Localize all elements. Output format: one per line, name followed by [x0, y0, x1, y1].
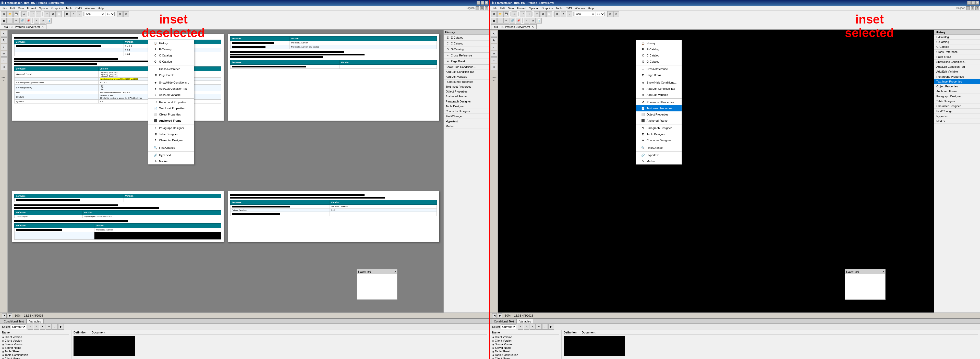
line-tool-left[interactable]: / — [1, 44, 7, 50]
menu-special-right[interactable]: Special — [528, 6, 540, 10]
left-sidebar-gcatalog[interactable]: G G-Catalog — [444, 46, 489, 53]
close-tab-left[interactable]: ✕ — [41, 25, 44, 29]
right-condtext-tab[interactable]: Conditional Text — [491, 319, 517, 324]
doc-tab-right[interactable]: bra_HS_Prereqs_Servers.fm ✕ — [491, 24, 536, 29]
menu-window-left[interactable]: Window — [83, 6, 96, 10]
left-sidebar-condtag[interactable]: Add/Edit Condition Tag — [444, 70, 489, 74]
left-var-client-name-1[interactable]: Client Name — [2, 357, 69, 359]
right-var-server-name[interactable]: Server Name — [492, 346, 559, 349]
top-close-right[interactable]: ✕ — [975, 6, 979, 10]
left-sidebar-textinset[interactable]: Text Inset Properties — [444, 84, 489, 89]
arrow-tool-left[interactable]: ↖ — [1, 31, 7, 37]
zoom-out-btn-right[interactable]: ⊖ — [613, 11, 619, 17]
tb2-btn6-right[interactable]: ✓ — [524, 18, 530, 24]
top-minimize-left[interactable]: _ — [476, 6, 479, 10]
ctx-findchange-left[interactable]: 🔍 Find/Change — [148, 145, 194, 151]
tb2-btn8-right[interactable]: 📊 — [536, 18, 542, 24]
tb2-btn1-right[interactable]: ▦ — [491, 18, 497, 24]
right-sidebar-paradesign[interactable]: Paragraph Designer — [934, 94, 980, 99]
left-var-client-version-1[interactable]: Client Version — [2, 335, 69, 339]
top-maximize-left[interactable]: □ — [480, 6, 484, 10]
right-var-btn1[interactable]: + — [518, 324, 523, 330]
rect-tool-right[interactable]: ▭ — [491, 51, 497, 57]
right-sidebar-findchange[interactable]: Find/Change — [934, 109, 980, 114]
ctx-gcatalog-left[interactable]: G G-Catalog — [148, 59, 194, 65]
right-sidebar-variable[interactable]: Add/Edit Variable — [934, 69, 980, 74]
menu-graphics-left[interactable]: Graphics — [50, 6, 64, 10]
ctx-pagebreak-left[interactable]: ⊞ Page Break — [148, 72, 194, 78]
right-sidebar-ccatalog[interactable]: C-Catalog — [934, 40, 980, 45]
right-sidebar-ecatalog[interactable]: E-Catalog — [934, 35, 980, 40]
minimize-btn-left[interactable]: _ — [477, 1, 480, 5]
underline-btn-left[interactable]: U — [76, 11, 82, 17]
left-var-btn2[interactable]: ✎ — [34, 324, 39, 330]
top-minimize-right[interactable]: _ — [966, 6, 970, 10]
save-btn-right[interactable]: 💾 — [503, 11, 509, 17]
ctx-history-left[interactable]: ⌚ History — [148, 40, 194, 46]
ctx-condtag-left[interactable]: ◈ Add/Edit Condition Tag — [148, 86, 194, 92]
oval-tool-right[interactable]: ○ — [491, 57, 497, 63]
left-sidebar-ccatalog[interactable]: C C-Catalog — [444, 41, 489, 46]
close-tab-right[interactable]: ✕ — [531, 25, 534, 29]
menu-format-right[interactable]: Format — [515, 6, 528, 10]
left-var-server-name[interactable]: Server Name — [2, 346, 69, 349]
ctx-crossref-right[interactable]: ↔ Cross-Reference — [636, 66, 682, 72]
menu-window-right[interactable]: Window — [573, 6, 586, 10]
tb2-btn5-right[interactable]: 📌 — [515, 18, 521, 24]
poly-tool-left[interactable]: ⬠ — [1, 64, 7, 70]
undo-btn-right[interactable]: ↩ — [520, 11, 525, 17]
font-family-right[interactable]: Arial — [575, 12, 595, 16]
zoom-out-btn-left[interactable]: ⊖ — [123, 11, 129, 17]
ctx-tabledesigner-left[interactable]: ⊞ Table Designer — [148, 131, 194, 137]
right-variables-tab[interactable]: Variables — [517, 319, 534, 324]
menu-help-right[interactable]: Help — [586, 6, 595, 10]
ctx-tabledesigner-right[interactable]: ⊞ Table Designer — [636, 131, 682, 137]
ctx-textinset-right[interactable]: 📄 Text Inset Properties — [636, 105, 682, 112]
right-sidebar-objprop[interactable]: Object Properties — [934, 84, 980, 89]
doc-tab-left[interactable]: bra_HS_Prereqs_Servers.fm ✕ — [1, 24, 46, 29]
right-sidebar-anchframe[interactable]: Anchored Frame — [934, 89, 980, 94]
close-search-right[interactable]: ✕ — [882, 270, 884, 273]
top-close-left[interactable]: ✕ — [485, 6, 488, 10]
left-sidebar-pagebreak[interactable]: ⊞ Page Break — [444, 59, 489, 64]
ctx-condtag-right[interactable]: ◈ Add/Edit Condition Tag — [636, 86, 682, 92]
underline-btn-right[interactable]: U — [567, 11, 572, 17]
oval-tool-left[interactable]: ○ — [1, 57, 7, 63]
cut-btn-right[interactable]: ✂ — [534, 11, 540, 17]
top-maximize-right[interactable]: □ — [971, 6, 974, 10]
left-select-dropdown[interactable]: Current — [11, 324, 26, 329]
ctx-history-right[interactable]: ⌚ History — [636, 40, 682, 46]
ctx-objprop-right[interactable]: ⬜ Object Properties — [636, 112, 682, 118]
bold-btn-right[interactable]: B — [554, 11, 560, 17]
maximize-btn-right[interactable]: □ — [971, 1, 975, 5]
left-sidebar-findchange[interactable]: Find/Change — [444, 114, 489, 119]
close-btn-right[interactable]: ✕ — [975, 1, 979, 5]
left-variables-tab[interactable]: Variables — [27, 319, 44, 324]
left-search-input[interactable] — [357, 274, 397, 279]
left-sidebar-paradesign[interactable]: Paragraph Designer — [444, 99, 489, 104]
font-family-left[interactable]: Arial — [85, 12, 105, 16]
ctx-textinset-left[interactable]: 📄 Text Inset Properties — [148, 105, 194, 112]
tb2-btn2-right[interactable]: ↕ — [497, 18, 503, 24]
tb2-btn5-left[interactable]: 📌 — [25, 18, 31, 24]
bold-btn-left[interactable]: B — [64, 11, 70, 17]
ctx-showconditions-right[interactable]: ◈ Show/Hide Conditions... — [636, 80, 682, 86]
left-var-server-version[interactable]: Server Version — [2, 342, 69, 346]
ctx-hypertext-left[interactable]: 🔗 Hypertext — [148, 152, 194, 158]
left-var-btn1[interactable]: + — [27, 324, 33, 330]
tb2-btn8-left[interactable]: 📊 — [46, 18, 52, 24]
left-sidebar-ecatalog[interactable]: E E-Catalog — [444, 35, 489, 41]
zoom-btn-right[interactable]: ⊕ — [607, 11, 613, 17]
italic-btn-right[interactable]: I — [561, 11, 566, 17]
left-sidebar-crossref[interactable]: ↔ Cross-Reference — [444, 53, 489, 59]
redo-btn-right[interactable]: ↪ — [526, 11, 531, 17]
ctx-hypertext-right[interactable]: 🔗 Hypertext — [636, 152, 682, 158]
print-btn-right[interactable]: 🖨 — [512, 11, 517, 17]
ctx-ecatalog-right[interactable]: E E-Catalog — [636, 46, 682, 53]
font-size-left[interactable]: 11 — [106, 12, 115, 16]
ctx-marker-left[interactable]: ✎ Marker — [148, 158, 194, 164]
right-sidebar-crossref[interactable]: Cross-Reference — [934, 49, 980, 54]
menu-table-left[interactable]: Table — [64, 6, 74, 10]
copy-btn-left[interactable]: ⧉ — [50, 11, 56, 17]
tb2-btn3-left[interactable]: ⇒ — [13, 18, 19, 24]
